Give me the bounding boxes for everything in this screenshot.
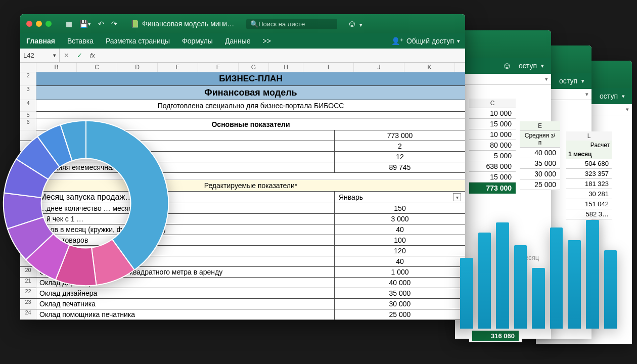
col-head[interactable]: G [239, 63, 269, 72]
side-total-2: 316 060 [472, 331, 519, 341]
row-value[interactable]: 12 [335, 152, 465, 162]
sheet-search[interactable]: 🔍 [246, 19, 337, 29]
excel-file-icon: 📗 [130, 20, 139, 28]
home-layout-icon[interactable]: ▥ [66, 20, 72, 28]
month-value[interactable]: Январь [339, 193, 363, 201]
bar [604, 250, 617, 329]
row-value[interactable]: 1 000 [335, 267, 465, 277]
bar [568, 240, 581, 329]
subtitle-prepared: Подготовлена специально для бизнес-порта… [36, 100, 465, 112]
bar [586, 220, 599, 329]
ribbon-tabs: Главная Вставка Разметка страницы Формул… [20, 33, 465, 49]
column-headers: B C D E F G H I J K [20, 63, 465, 72]
col-head[interactable]: K [404, 63, 455, 72]
share-button[interactable]: 👤⁺ Общий доступ ▾ [391, 37, 460, 45]
smile-icon[interactable]: ☺ [503, 61, 512, 71]
bar [460, 258, 473, 329]
row-value[interactable]: 3 000 [335, 214, 465, 224]
row-label[interactable]: Оклад помощника печатника [36, 309, 335, 320]
chevron-down-icon[interactable]: ▾ [457, 38, 460, 44]
chevron-down-icon[interactable]: ▾ [541, 63, 544, 69]
row-number[interactable]: 4 [20, 100, 36, 112]
name-box[interactable]: L42 ▾ [20, 49, 60, 62]
row-value[interactable]: 40 000 [335, 278, 465, 288]
col-head[interactable]: B [36, 63, 77, 72]
search-input[interactable] [258, 20, 333, 28]
bar [550, 228, 563, 329]
cell-reference: L42 [23, 52, 34, 59]
side-total: 773 000 [469, 183, 516, 194]
search-icon: 🔍 [250, 20, 258, 28]
close-icon[interactable] [26, 21, 32, 27]
tabs-overflow[interactable]: >> [262, 35, 272, 47]
bg-share-label[interactable]: оступ [559, 77, 577, 85]
col-head[interactable]: F [198, 63, 239, 72]
chevron-down-icon[interactable]: ▾ [581, 78, 584, 84]
bar [514, 245, 527, 329]
row-number[interactable]: 22 [20, 288, 36, 298]
document-title: Финансовая модель мини… [142, 20, 234, 28]
row-value[interactable]: 150 [335, 203, 465, 213]
bg-share-label[interactable]: оступ [600, 92, 618, 100]
row-value[interactable]: 40 [335, 224, 465, 235]
col-head[interactable]: D [117, 63, 158, 72]
chevron-down-icon[interactable]: ▾ [622, 93, 625, 100]
row-value[interactable]: 773 000 [335, 130, 465, 141]
col-head[interactable]: E [158, 63, 198, 72]
namebox-chevron-icon[interactable]: ▾ [53, 52, 56, 59]
row-number[interactable]: 23 [20, 299, 36, 309]
row-value[interactable]: 2 [335, 141, 465, 151]
tab-data[interactable]: Данные [224, 35, 252, 47]
row-number[interactable]: 24 [20, 309, 36, 320]
bar-chart [460, 212, 617, 329]
cancel-formula-icon[interactable]: ✕ [60, 52, 73, 59]
titlebar: ▥ 💾 ▾ ↶ ↷ 📗 Финансовая модель мини… 🔍 ☺ … [20, 14, 465, 33]
row-value[interactable]: 40 [335, 256, 465, 266]
share-label: Общий доступ [406, 37, 454, 45]
col-head[interactable]: J [354, 63, 404, 72]
save-icon[interactable]: 💾 ▾ [79, 20, 91, 28]
row-value[interactable]: 120 [335, 246, 465, 256]
maximize-icon[interactable] [46, 21, 52, 27]
row-value[interactable]: 30 000 [335, 299, 465, 309]
row-value[interactable]: 35 000 [335, 288, 465, 298]
bar [478, 233, 491, 329]
smile-icon[interactable]: ☺ ▾ [347, 19, 362, 29]
dropdown-icon[interactable]: ▾ [453, 193, 461, 201]
col-head-c: C [469, 99, 516, 108]
fx-label[interactable]: fx [86, 52, 99, 59]
tab-formulas[interactable]: Формулы [181, 35, 214, 47]
bg-share-label[interactable]: оступ [519, 62, 537, 70]
col-head-l: L [566, 131, 612, 141]
side-column-e: E Средняя з/п 40 000 35 000 30 000 25 00… [520, 121, 560, 190]
row-label[interactable]: Оклад дизайнера [36, 288, 335, 298]
donut-chart [0, 117, 172, 289]
bar [532, 268, 545, 329]
person-plus-icon: 👤⁺ [391, 37, 403, 45]
minimize-icon[interactable] [36, 21, 42, 27]
side-column-l: L Расчет 1 месяц 504 680 323 357 181 323… [566, 131, 612, 219]
tab-insert[interactable]: Вставка [66, 35, 95, 47]
row-number[interactable]: 3 [20, 86, 36, 100]
undo-icon[interactable]: ↶ [98, 20, 104, 28]
row-value[interactable]: 100 [335, 235, 465, 245]
row-value[interactable]: 89 745 [335, 162, 465, 172]
row-value[interactable]: 25 000 [335, 309, 465, 320]
formula-input[interactable] [99, 49, 465, 62]
col-head[interactable]: I [303, 63, 354, 72]
col-head-e: E [520, 121, 560, 131]
col-head[interactable]: C [77, 63, 117, 72]
tab-page-layout[interactable]: Разметка страницы [105, 35, 171, 47]
side-column-c: C 10 000 15 000 10 000 80 000 5 000 638 … [469, 99, 516, 194]
title-business-plan: БИЗНЕС-ПЛАН [36, 72, 465, 86]
confirm-formula-icon[interactable]: ✓ [73, 52, 86, 59]
formula-bar: L42 ▾ ✕ ✓ fx [20, 49, 465, 63]
row-label[interactable]: Оклад печатника [36, 299, 335, 309]
title-fin-model: Финансовая модель [36, 86, 465, 100]
tab-home[interactable]: Главная [25, 35, 56, 47]
bar [496, 222, 509, 329]
col-head[interactable]: H [269, 63, 303, 72]
row-number[interactable]: 2 [20, 72, 36, 86]
redo-icon[interactable]: ↷ [111, 20, 117, 28]
